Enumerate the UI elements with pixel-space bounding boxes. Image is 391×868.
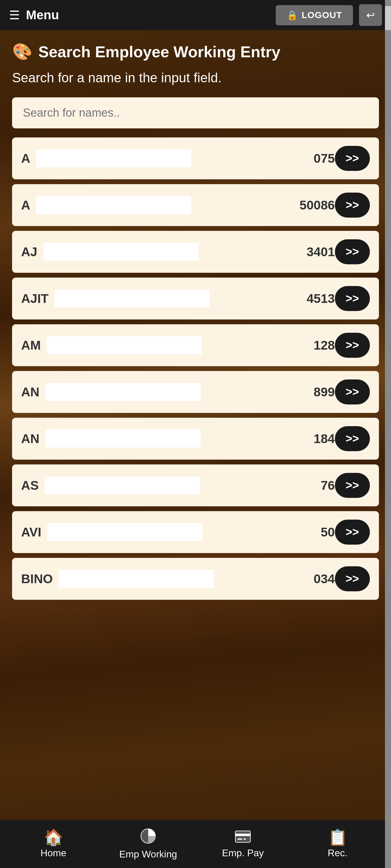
nav-item-rec[interactable]: 📋 Rec.	[307, 830, 368, 859]
emp-id: 76	[321, 478, 335, 493]
subtitle: Search for a name in the input field.	[12, 70, 379, 85]
emp-id: 3401	[307, 245, 335, 259]
table-row: AVI50>>	[12, 511, 379, 553]
table-row: AN899>>	[12, 371, 379, 413]
table-row: AS76>>	[12, 464, 379, 506]
search-input[interactable]	[12, 97, 379, 128]
search-container	[12, 97, 379, 128]
home-icon: 🏠	[44, 830, 63, 845]
emp-name-prefix: A	[21, 198, 30, 213]
emp-name-input[interactable]	[47, 523, 202, 541]
emp-navigate-button[interactable]: >>	[335, 473, 370, 498]
emp-name-input[interactable]	[47, 336, 202, 354]
header: ☰ Menu 🔒 LOGOUT ↩	[0, 0, 391, 30]
emp-id: 184	[314, 432, 335, 446]
header-right: 🔒 LOGOUT ↩	[276, 4, 382, 26]
emp-navigate-button[interactable]: >>	[335, 379, 370, 404]
nav-item-emp-pay[interactable]: Emp. Pay	[213, 830, 273, 859]
emp-name-prefix: BINO	[21, 572, 53, 586]
emp-id: 50086	[300, 198, 335, 213]
emp-id: 075	[314, 151, 335, 166]
emp-name-prefix: AJ	[21, 245, 37, 259]
employee-list: A075>>A50086>>AJ3401>>AJIT4513>>AM128>>A…	[12, 137, 379, 600]
nav-label-home: Home	[40, 847, 66, 859]
logout-button[interactable]: 🔒 LOGOUT	[276, 5, 353, 25]
table-row: AM128>>	[12, 324, 379, 366]
emp-name-input[interactable]	[36, 150, 191, 167]
emp-navigate-button[interactable]: >>	[335, 333, 370, 358]
emp-name-prefix: AN	[21, 385, 39, 399]
menu-label: Menu	[26, 8, 59, 22]
table-row: A50086>>	[12, 184, 379, 226]
nav-item-emp-working[interactable]: Emp Working	[118, 828, 178, 860]
main-content: 🎨 Search Employee Working Entry Search f…	[0, 30, 391, 648]
emp-name-input[interactable]	[55, 290, 210, 307]
table-row: AJIT4513>>	[12, 278, 379, 319]
nav-item-home[interactable]: 🏠 Home	[23, 830, 84, 859]
emp-name-prefix: AN	[21, 432, 39, 446]
emp-navigate-button[interactable]: >>	[335, 566, 370, 591]
emp-name-prefix: AJIT	[21, 291, 49, 306]
emp-id: 128	[314, 338, 335, 352]
nav-label-rec: Rec.	[328, 847, 347, 859]
emp-name-prefix: AVI	[21, 525, 41, 539]
menu-icon: ☰	[9, 9, 20, 21]
lock-icon: 🔒	[287, 10, 298, 21]
palette-icon: 🎨	[12, 42, 32, 61]
emp-id: 50	[321, 525, 335, 539]
emp-name-prefix: A	[21, 151, 30, 166]
emp-navigate-button[interactable]: >>	[335, 286, 370, 311]
table-row: BINO034>>	[12, 558, 379, 600]
nav-label-emp-working: Emp Working	[119, 849, 177, 860]
emp-id: 034	[314, 572, 335, 586]
back-icon: ↩	[366, 9, 375, 21]
back-button[interactable]: ↩	[359, 4, 382, 26]
table-row: AJ3401>>	[12, 231, 379, 273]
bottom-nav: 🏠 Home Emp Working Emp. Pay 📋 Rec.	[0, 820, 391, 868]
emp-name-input[interactable]	[36, 196, 191, 214]
emp-navigate-button[interactable]: >>	[335, 193, 370, 218]
emp-name-input[interactable]	[45, 476, 200, 494]
rec-icon: 📋	[328, 830, 347, 845]
header-left: ☰ Menu	[9, 8, 59, 22]
emp-pay-icon	[235, 830, 251, 845]
emp-name-prefix: AM	[21, 338, 41, 352]
svg-rect-1	[235, 831, 250, 842]
emp-id: 4513	[307, 291, 335, 306]
svg-rect-4	[244, 838, 246, 840]
emp-navigate-button[interactable]: >>	[335, 239, 370, 264]
emp-name-input[interactable]	[46, 383, 201, 401]
svg-rect-2	[235, 834, 250, 836]
emp-name-input[interactable]	[44, 243, 198, 261]
emp-navigate-button[interactable]: >>	[335, 426, 370, 451]
table-row: AN184>>	[12, 418, 379, 460]
page-title: 🎨 Search Employee Working Entry	[12, 42, 379, 61]
emp-navigate-button[interactable]: >>	[335, 520, 370, 545]
emp-working-icon	[140, 828, 156, 846]
emp-name-input[interactable]	[59, 570, 214, 588]
table-row: A075>>	[12, 137, 379, 179]
scrollbar[interactable]	[385, 0, 391, 868]
emp-id: 899	[314, 385, 335, 399]
nav-label-emp-pay: Emp. Pay	[222, 847, 264, 859]
svg-rect-3	[238, 838, 242, 840]
emp-name-input[interactable]	[46, 430, 201, 447]
emp-name-prefix: AS	[21, 478, 38, 493]
emp-navigate-button[interactable]: >>	[335, 146, 370, 171]
